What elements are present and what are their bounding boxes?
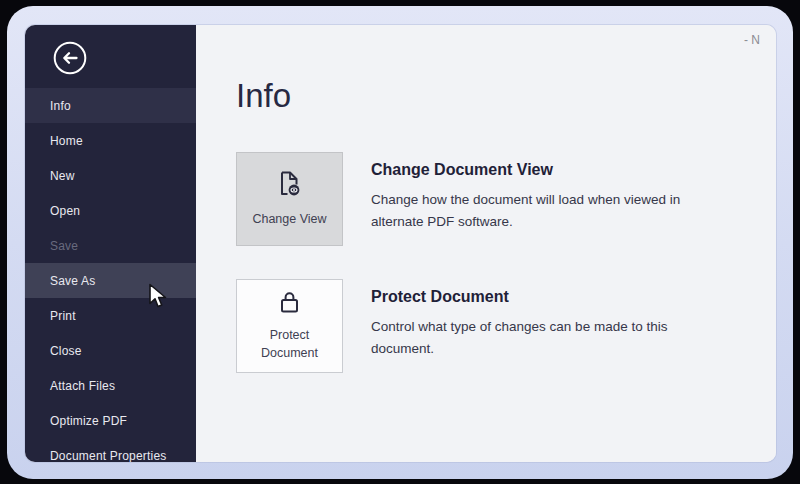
sidebar-item-document-properties[interactable]: Document Properties xyxy=(25,438,196,462)
section-change-document-view: Change View Change Document View Change … xyxy=(236,152,776,246)
page-title: Info xyxy=(236,77,776,115)
protect-document-description: Control what type of changes can be made… xyxy=(371,316,686,359)
sidebar-item-print[interactable]: Print xyxy=(25,298,196,333)
window-title-fragment: - N xyxy=(744,33,760,47)
screenshot-stage: Info Home New Open Save Save As Print Cl… xyxy=(0,0,800,484)
sidebar-item-save: Save xyxy=(25,228,196,263)
sidebar-item-open[interactable]: Open xyxy=(25,193,196,228)
backstage-sidebar: Info Home New Open Save Save As Print Cl… xyxy=(25,25,196,462)
sidebar-item-close[interactable]: Close xyxy=(25,333,196,368)
sidebar-item-home[interactable]: Home xyxy=(25,123,196,158)
document-view-icon xyxy=(277,170,302,202)
lock-icon xyxy=(278,290,301,319)
change-view-description: Change how the document will load when v… xyxy=(371,189,686,232)
change-view-button[interactable]: Change View xyxy=(236,152,343,246)
sidebar-item-new[interactable]: New xyxy=(25,158,196,193)
protect-document-text: Protect Document Control what type of ch… xyxy=(371,279,701,359)
back-button[interactable] xyxy=(53,43,87,77)
sidebar-item-optimize-pdf[interactable]: Optimize PDF xyxy=(25,403,196,438)
section-protect-document: Protect Document Protect Document Contro… xyxy=(236,279,776,373)
sidebar-item-attach-files[interactable]: Attach Files xyxy=(25,368,196,403)
sidebar-item-save-as[interactable]: Save As xyxy=(25,263,196,298)
protect-document-button[interactable]: Protect Document xyxy=(236,279,343,373)
protect-document-heading: Protect Document xyxy=(371,288,701,306)
protect-document-button-label: Protect Document xyxy=(243,326,336,362)
app-backstage-window: Info Home New Open Save Save As Print Cl… xyxy=(25,25,776,462)
change-view-heading: Change Document View xyxy=(371,161,701,179)
change-view-text: Change Document View Change how the docu… xyxy=(371,152,701,232)
back-arrow-circle-icon xyxy=(53,41,87,79)
change-view-button-label: Change View xyxy=(252,210,326,228)
sidebar-item-info[interactable]: Info xyxy=(25,88,196,123)
info-sections: Change View Change Document View Change … xyxy=(236,152,776,373)
backstage-nav: Info Home New Open Save Save As Print Cl… xyxy=(25,88,196,462)
backstage-content: - N Info xyxy=(196,25,776,462)
